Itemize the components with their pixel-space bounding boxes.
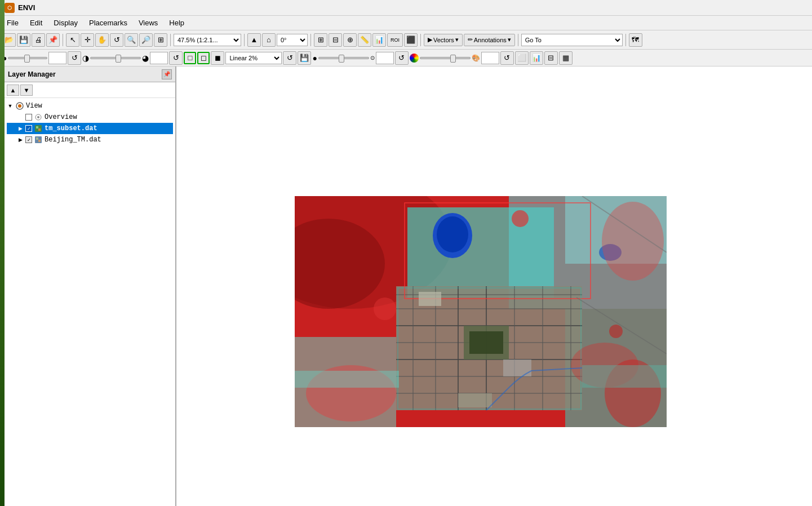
sep6 — [518, 34, 518, 46]
contrast-icon1: ◑ — [82, 54, 89, 63]
annotations-button[interactable]: ✏ Annotations ▾ — [464, 34, 515, 46]
brightness-reset[interactable]: ↺ — [68, 51, 81, 65]
menu-help[interactable]: Help — [165, 17, 189, 28]
annotations-icon: ✏ — [468, 36, 473, 43]
annotations-label: Annotations — [474, 37, 507, 43]
grid2-button[interactable]: ⊟ — [329, 33, 342, 47]
contrast-input[interactable]: 20 — [150, 52, 168, 64]
menu-placemarks[interactable]: Placemarks — [85, 17, 132, 28]
view-icon — [15, 101, 24, 110]
roi-button[interactable]: ROI — [387, 33, 403, 47]
save-stretch[interactable]: 💾 — [298, 51, 311, 65]
crosshair2-button[interactable]: ⊕ — [343, 33, 357, 47]
crosshair-button[interactable]: ✛ — [81, 33, 94, 47]
ruler-button[interactable]: 📏 — [358, 33, 371, 47]
tool9-button[interactable]: ⬛ — [404, 33, 418, 47]
zoom-fit-button[interactable]: ⊞ — [154, 33, 167, 47]
tree-item-tm-subset[interactable]: ▶ ✓ tm_subset.dat — [7, 123, 173, 134]
menu-edit[interactable]: Edit — [25, 17, 47, 28]
tree-item-view[interactable]: ▼ View — [7, 100, 173, 112]
layer-manager-header: Layer Manager 📌 — [5, 66, 175, 82]
nav-home-button[interactable]: ⌂ — [262, 33, 276, 47]
vectors-label: Vectors — [433, 37, 454, 43]
sep2 — [170, 34, 171, 46]
saturation-track[interactable] — [420, 57, 471, 59]
print-button[interactable]: 🖨 — [32, 33, 45, 47]
histogram-button[interactable]: 📊 — [530, 51, 543, 65]
checkbox-overview[interactable] — [25, 114, 32, 121]
layer-up-button[interactable]: ▲ — [7, 85, 19, 96]
svg-rect-5 — [36, 126, 38, 128]
zoom-in-button[interactable]: 🔎 — [139, 33, 153, 47]
tree-item-overview[interactable]: Overview — [7, 112, 173, 123]
checkbox-beijing-tm[interactable]: ✓ — [25, 136, 32, 143]
tree-item-beijing-tm[interactable]: ▶ ✓ Beijing_TM.dat — [7, 134, 173, 145]
stretch-dropdown[interactable]: Linear 2% — [225, 52, 282, 64]
green-left-strip — [0, 0, 5, 506]
color-balance-button[interactable]: ⬜ — [515, 51, 529, 65]
toolbar2: ● 50 ↺ ◑ ◕ 20 ↺ □ ◻ ◼ Linear 2% ↺ 💾 ● ⊙ … — [0, 50, 812, 66]
zoom-button[interactable]: 🔍 — [125, 33, 138, 47]
vectors-button[interactable]: ▶ Vectors ▾ — [424, 34, 463, 46]
sep5 — [420, 34, 421, 46]
menu-file[interactable]: File — [2, 17, 23, 28]
svg-point-53 — [374, 298, 396, 320]
expand-view[interactable]: ▼ — [7, 103, 14, 109]
brightness-track[interactable] — [8, 57, 47, 59]
layer-down-button[interactable]: ▼ — [20, 85, 33, 96]
goto-dropdown[interactable]: Go To — [521, 34, 623, 46]
satellite-map — [295, 196, 667, 427]
contrast-slider-container — [90, 57, 141, 59]
sep7 — [625, 34, 626, 46]
menu-display[interactable]: Display — [49, 17, 82, 28]
band-combo-button[interactable]: ⊟ — [544, 51, 558, 65]
stretch-box1[interactable]: □ — [184, 52, 196, 64]
sharpness-track[interactable] — [318, 57, 369, 59]
title-bar: ⬡ ENVI — [0, 0, 812, 16]
vectors-icon: ▶ — [428, 36, 432, 43]
expand-beijing-tm[interactable]: ▶ — [17, 136, 24, 143]
rotation-dropdown[interactable]: 0° — [277, 34, 308, 46]
contrast-reset[interactable]: ↺ — [169, 51, 183, 65]
map-viewport[interactable] — [176, 66, 812, 506]
saturation-reset[interactable]: ↺ — [500, 51, 514, 65]
tree-label-overview: Overview — [45, 113, 77, 121]
svg-rect-34 — [469, 331, 503, 354]
svg-point-54 — [609, 325, 623, 338]
contrast-icon2: ◕ — [142, 54, 149, 63]
sharpness-input[interactable]: 10 — [376, 52, 394, 64]
rotate-button[interactable]: ↺ — [110, 33, 123, 47]
layer-manager-pin[interactable]: 📌 — [162, 69, 172, 79]
menu-views[interactable]: Views — [134, 17, 162, 28]
tm-subset-icon — [34, 124, 43, 133]
select-button[interactable]: ↖ — [66, 33, 79, 47]
expand-tm-subset[interactable]: ▶ — [17, 125, 24, 132]
stretch-box2[interactable]: ◻ — [197, 52, 210, 64]
grid-button[interactable]: ⊞ — [314, 33, 327, 47]
save-button[interactable]: 💾 — [17, 33, 30, 47]
saturation-input[interactable]: 0 — [481, 52, 499, 64]
sharpness-reset[interactable]: ↺ — [395, 51, 409, 65]
svg-point-36 — [437, 216, 468, 252]
stretch-reset[interactable]: ↺ — [283, 51, 296, 65]
sep1 — [63, 34, 63, 46]
sharpness-icon2: ⊙ — [370, 55, 375, 61]
pan-button[interactable]: ✋ — [95, 33, 109, 47]
vectors-arrow: ▾ — [455, 36, 459, 43]
nav-up-button[interactable]: ▲ — [247, 33, 261, 47]
checkbox-tm-subset[interactable]: ✓ — [25, 125, 32, 132]
stretch-box3[interactable]: ◼ — [211, 51, 224, 65]
contrast-track[interactable] — [90, 57, 141, 59]
tree-label-tm-subset: tm_subset.dat — [45, 125, 97, 132]
sep4 — [310, 34, 311, 46]
svg-point-52 — [512, 210, 529, 227]
map-image-container — [295, 196, 667, 427]
overview-button[interactable]: 🗺 — [629, 33, 642, 47]
overlay-button[interactable]: ▦ — [559, 51, 573, 65]
brightness-input[interactable]: 50 — [48, 52, 66, 64]
zoom-dropdown[interactable]: 47.5% (1:2.1... — [174, 34, 241, 46]
layer-manager: Layer Manager 📌 ▲ ▼ ▼ View — [5, 66, 176, 506]
pin-button[interactable]: 📌 — [46, 33, 60, 47]
expand-overview[interactable] — [17, 114, 24, 121]
profile-button[interactable]: 📊 — [372, 33, 386, 47]
